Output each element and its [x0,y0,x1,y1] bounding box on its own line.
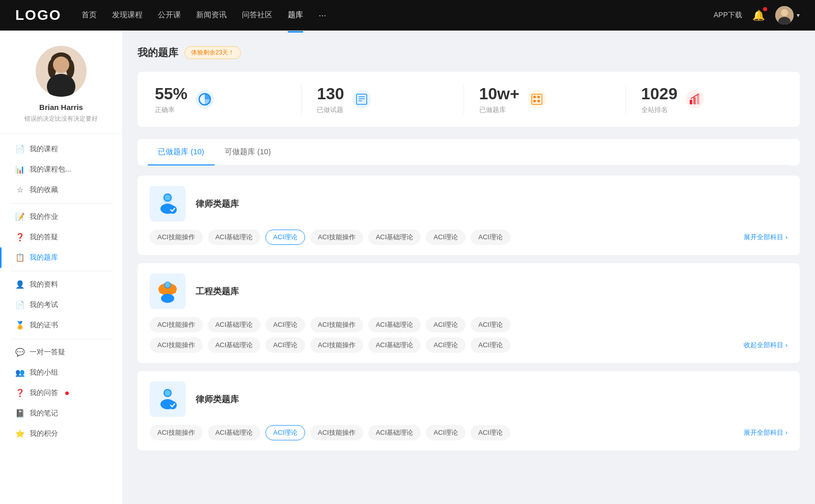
nav-question-bank[interactable]: 题库 [288,8,303,23]
bank-name-engineer: 工程类题库 [196,286,239,297]
correct-rate-icon [196,90,214,108]
tag-1[interactable]: ACI基础理论 [208,230,261,245]
l2-tag-1[interactable]: ACI基础理论 [208,425,261,440]
sidebar-item-question-bank[interactable]: 📋 我的题库 [0,247,122,268]
nav-more[interactable]: ··· [318,8,326,23]
svg-rect-22 [697,95,699,104]
eng-tag-2[interactable]: ACI理论 [265,317,305,332]
notes-icon: 📓 [15,409,24,418]
tag-6[interactable]: ACI理论 [471,230,510,245]
sidebar-item-group[interactable]: 👥 我的小组 [0,362,122,383]
eng-tag-1[interactable]: ACI基础理论 [208,317,261,332]
my-courses-icon: 📄 [15,145,24,154]
tab-done-banks[interactable]: 已做题库 (10) [148,139,214,165]
tag-3[interactable]: ACI技能操作 [310,230,363,245]
svg-point-35 [165,390,171,396]
l2-tag-6[interactable]: ACI理论 [471,425,510,440]
expand-lawyer-1[interactable]: 展开全部科目 › [744,233,787,242]
homework-icon: 📝 [15,212,24,221]
sidebar-item-course-package[interactable]: 📊 我的课程包... [0,159,122,180]
notification-badge [763,7,767,11]
sidebar-item-my-courses[interactable]: 📄 我的课程 [0,139,122,159]
main-nav: 首页 发现课程 公开课 新闻资讯 问答社区 题库 ··· [82,8,693,23]
profile-avatar-svg [36,46,87,97]
svg-rect-19 [537,100,540,102]
svg-rect-29 [159,290,176,293]
sidebar-item-1on1[interactable]: 💬 一对一答疑 [0,342,122,362]
l2-tag-3[interactable]: ACI技能操作 [310,425,363,440]
l2-tag-5[interactable]: ACI理论 [426,425,466,440]
eng-tag-r2-5[interactable]: ACI理论 [426,338,466,353]
tag-5[interactable]: ACI理论 [426,230,466,245]
nav-discover[interactable]: 发现课程 [112,8,143,23]
svg-rect-20 [690,100,692,104]
tag-4[interactable]: ACI基础理论 [368,230,421,245]
eng-tag-r2-3[interactable]: ACI技能操作 [310,338,363,353]
eng-tag-r2-4[interactable]: ACI基础理论 [368,338,421,353]
svg-rect-21 [693,97,696,104]
profile-avatar [36,46,87,97]
profile-icon: 👤 [15,280,24,289]
eng-tag-r2-0[interactable]: ACI技能操作 [150,338,203,353]
svg-rect-15 [532,94,542,104]
l2-tag-0[interactable]: ACI技能操作 [150,425,203,440]
sidebar-item-exam[interactable]: 📄 我的考试 [0,295,122,315]
nav-news[interactable]: 新闻资讯 [196,8,227,23]
svg-point-26 [165,194,171,201]
sidebar-item-my-questions[interactable]: ❓ 我的问答 [0,383,122,403]
sidebar-label-homework: 我的作业 [30,212,58,221]
done-banks-icon [528,90,546,108]
avatar [775,6,794,24]
eng-tag-r2-6[interactable]: ACI理论 [471,338,510,353]
bank-tags-lawyer-1: ACI技能操作 ACI基础理论 ACI理论 ACI技能操作 ACI基础理论 AC… [150,230,787,245]
sidebar-item-notes[interactable]: 📓 我的笔记 [0,403,122,424]
sidebar-item-qa[interactable]: ❓ 我的答疑 [0,227,122,247]
l2-tag-4[interactable]: ACI基础理论 [368,425,421,440]
tabs: 已做题库 (10) 可做题库 (10) [148,139,790,165]
eng-tag-r2-1[interactable]: ACI基础理论 [208,338,261,353]
eng-tag-5[interactable]: ACI理论 [426,317,466,332]
tag-0[interactable]: ACI技能操作 [150,230,203,245]
stat-correct-rate: 55% 正确率 [150,84,302,115]
expand-lawyer-2[interactable]: 展开全部科目 › [744,428,787,437]
bank-icon-engineer [150,273,185,309]
svg-point-32 [165,283,170,288]
sidebar-item-homework[interactable]: 📝 我的作业 [0,207,122,227]
nav-home[interactable]: 首页 [82,8,97,23]
bank-card-lawyer-2-header: 律师类题库 [150,381,787,417]
sidebar-item-points[interactable]: ⭐ 我的积分 [0,424,122,444]
sidebar-label-qa: 我的答疑 [30,233,58,242]
logo: LOGO [15,7,61,23]
eng-tag-r2-2[interactable]: ACI理论 [265,338,305,353]
qa-icon: ❓ [15,233,24,242]
sidebar-item-certificate[interactable]: 🏅 我的证书 [0,315,122,335]
bank-name-lawyer-1: 律师类题库 [196,198,239,210]
tag-2[interactable]: ACI理论 [265,230,305,245]
sidebar-label-points: 我的积分 [30,429,58,438]
l2-tag-2[interactable]: ACI理论 [265,425,305,440]
certificate-icon: 🏅 [15,321,24,330]
eng-tag-6[interactable]: ACI理论 [471,317,510,332]
eng-tag-4[interactable]: ACI基础理论 [368,317,421,332]
user-avatar-wrapper[interactable]: ▾ [775,6,800,24]
svg-point-27 [169,206,177,214]
sidebar-item-profile[interactable]: 👤 我的资料 [0,274,122,295]
bank-name-lawyer-2: 律师类题库 [196,394,239,405]
nav-open-course[interactable]: 公开课 [158,8,181,23]
main-content: 我的题库 体验剩余23天！ 55% 正确率 [122,31,815,504]
notification-bell-icon[interactable]: 🔔 [752,9,765,21]
sidebar-item-favorites[interactable]: ☆ 我的收藏 [0,180,122,200]
header: LOGO 首页 发现课程 公开课 新闻资讯 问答社区 题库 ··· APP下载 … [0,0,815,31]
eng-tag-3[interactable]: ACI技能操作 [310,317,363,332]
svg-rect-11 [357,94,367,104]
eng-tag-0[interactable]: ACI技能操作 [150,317,203,332]
main-layout: Brian Harris 错误的决定比没有决定要好 📄 我的课程 📊 我的课程包… [0,31,815,504]
tab-available-banks[interactable]: 可做题库 (10) [214,139,281,165]
stats-card: 55% 正确率 130 已做试题 [138,72,800,127]
nav-qa[interactable]: 问答社区 [242,8,273,23]
app-download-button[interactable]: APP下载 [714,11,742,20]
favorites-icon: ☆ [15,185,24,194]
collapse-engineer[interactable]: 收起全部科目 › [744,341,787,350]
svg-point-8 [53,57,69,73]
stat-ranking: 1029 全站排名 [626,84,787,115]
